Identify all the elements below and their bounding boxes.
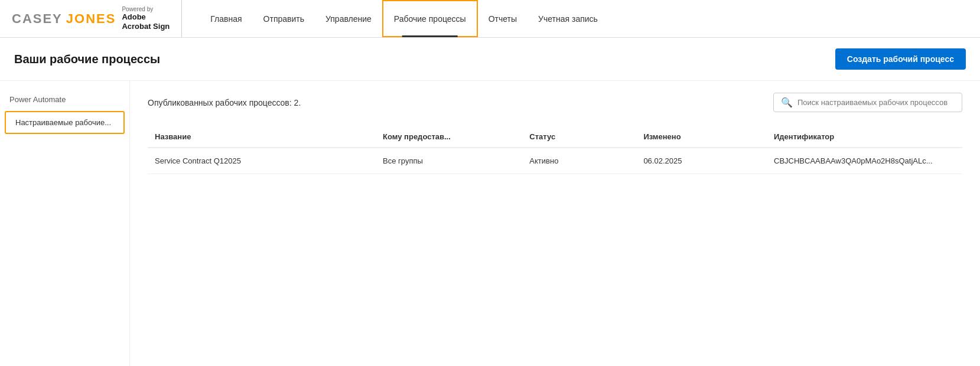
cell-identifier: CBJCHBCAABAAw3QA0pMAo2H8sQatjALc... <box>767 148 962 174</box>
col-header-name: Название <box>148 126 376 148</box>
table-header-row: Название Кому предостав... Статус Измене… <box>148 126 962 148</box>
page-title-bar: Ваши рабочие процессы Создать рабочий пр… <box>0 38 980 81</box>
col-header-modified: Изменено <box>636 126 767 148</box>
cell-modified: 06.02.2025 <box>636 148 767 174</box>
create-workflow-button[interactable]: Создать рабочий процесс <box>835 48 966 70</box>
search-icon: 🔍 <box>781 97 793 108</box>
logo-brand-block: Powered by Adobe Acrobat Sign <box>122 6 170 31</box>
header: CASEY JONES Powered by Adobe Acrobat Sig… <box>0 0 980 38</box>
published-count-label: Опубликованных рабочих процессов: 2. <box>148 98 301 107</box>
nav-home[interactable]: Главная <box>200 0 252 37</box>
sidebar: Power Automate Настраиваемые рабочие... <box>0 81 130 366</box>
main-content: Power Automate Настраиваемые рабочие... … <box>0 81 980 366</box>
nav-account[interactable]: Учетная запись <box>528 0 608 37</box>
logo-casey: CASEY <box>12 11 63 27</box>
logo-powered-by: Powered by <box>122 6 170 12</box>
nav-manage[interactable]: Управление <box>315 0 382 37</box>
nav-reports[interactable]: Отчеты <box>478 0 528 37</box>
sidebar-item-custom-workflows[interactable]: Настраиваемые рабочие... <box>5 111 125 134</box>
cell-name: Service Contract Q12025 <box>148 148 376 174</box>
nav-send[interactable]: Отправить <box>253 0 315 37</box>
table-row: Service Contract Q12025 Все группы Актив… <box>148 148 962 174</box>
cell-status: Активно <box>522 148 636 174</box>
content-area: Опубликованных рабочих процессов: 2. 🔍 Н… <box>130 81 980 366</box>
logo-brand-name: Adobe Acrobat Sign <box>122 12 170 31</box>
col-header-status: Статус <box>522 126 636 148</box>
table-head: Название Кому предостав... Статус Измене… <box>148 126 962 148</box>
main-nav: Главная Отправить Управление Рабочие про… <box>200 0 608 37</box>
search-box: 🔍 <box>773 93 962 112</box>
col-header-identifier: Идентификатор <box>767 126 962 148</box>
content-header: Опубликованных рабочих процессов: 2. 🔍 <box>148 93 962 112</box>
logo-area: CASEY JONES Powered by Adobe Acrobat Sig… <box>12 0 182 37</box>
page-title: Ваши рабочие процессы <box>14 53 160 66</box>
logo-text: CASEY JONES <box>12 11 116 27</box>
col-header-shared: Кому предостав... <box>376 126 522 148</box>
nav-workflows[interactable]: Рабочие процессы <box>382 0 478 37</box>
workflows-table: Название Кому предостав... Статус Измене… <box>148 126 962 174</box>
sidebar-category-power-automate: Power Automate <box>0 90 129 109</box>
table-body: Service Contract Q12025 Все группы Актив… <box>148 148 962 174</box>
logo-jones: JONES <box>66 11 116 27</box>
search-input[interactable] <box>797 98 955 107</box>
cell-shared: Все группы <box>376 148 522 174</box>
